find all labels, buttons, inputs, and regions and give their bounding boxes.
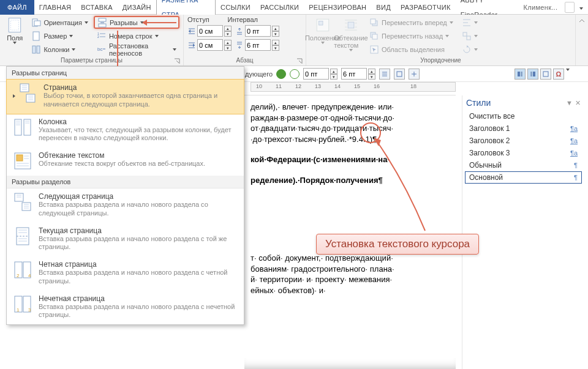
indent-label: Отступ bbox=[187, 16, 209, 23]
tb2-after-spin[interactable]: ▴▾ bbox=[341, 67, 375, 80]
gallery-item-evenpage[interactable]: 24 Четная страницаВставка разрыва раздел… bbox=[7, 256, 244, 291]
spacing-label: Интервал bbox=[228, 16, 258, 23]
send-backward-button: Переместить назад bbox=[366, 29, 456, 42]
style-main[interactable]: Основной¶ bbox=[465, 171, 582, 184]
view-btn-1[interactable] bbox=[514, 69, 526, 80]
orientation-button[interactable]: Ориентация bbox=[28, 16, 91, 29]
tb2-btn-3[interactable] bbox=[409, 69, 420, 80]
tab-review[interactable]: РЕЦЕНЗИРОВАН bbox=[304, 0, 371, 15]
pagesetup-launcher-icon[interactable] bbox=[173, 58, 181, 65]
svg-rect-36 bbox=[17, 155, 23, 161]
svg-rect-25 bbox=[397, 72, 402, 76]
svg-rect-6 bbox=[37, 46, 40, 53]
position-button: Положение bbox=[310, 16, 336, 56]
annotation-callout: Установка текстового курсора bbox=[316, 234, 479, 255]
continuous-break-icon bbox=[13, 226, 32, 246]
tb2-before-spin[interactable]: ▴▾ bbox=[303, 67, 337, 80]
svg-rect-27 bbox=[521, 72, 522, 76]
nextpage-break-icon bbox=[13, 192, 32, 212]
indent-left-spin[interactable]: ▴▾ bbox=[187, 24, 232, 37]
page-break-icon bbox=[18, 83, 37, 103]
style-radio-2[interactable] bbox=[290, 69, 300, 79]
style-normal[interactable]: Обычный¶ bbox=[465, 159, 582, 171]
view-btn-omega[interactable]: Ω bbox=[553, 69, 564, 80]
view-more-dropdown[interactable] bbox=[566, 69, 570, 71]
tb2-btn-2[interactable] bbox=[394, 69, 405, 80]
tab-home[interactable]: ГЛАВНАЯ bbox=[34, 0, 77, 15]
style-next-label: дующего bbox=[245, 70, 273, 78]
evenpage-break-icon: 24 bbox=[13, 260, 32, 280]
svg-text:2: 2 bbox=[97, 35, 99, 39]
svg-text:4: 4 bbox=[28, 273, 31, 278]
breaks-button[interactable]: Разрывы bbox=[94, 16, 179, 29]
gallery-item-textwrap[interactable]: Обтекание текстомОбтекание текста вокруг… bbox=[7, 147, 244, 176]
paragraph-launcher-icon[interactable] bbox=[296, 58, 303, 65]
doc-line: раждан·в·размере·от·одной·тысячи·до· bbox=[251, 113, 443, 124]
gallery-caret-icon bbox=[13, 94, 15, 98]
space-after-spin[interactable]: ▴▾ bbox=[235, 39, 279, 51]
svg-rect-17 bbox=[348, 22, 354, 28]
doc-line: ·до·трехсот·тысяч·рублей.·*9.4.1)¶ bbox=[251, 134, 443, 145]
gallery-item-nextpage[interactable]: Следующая страницаВставка разрыва раздел… bbox=[7, 188, 244, 223]
line-numbers-button[interactable]: 12 Номера строк bbox=[94, 29, 179, 42]
gallery-header-section-breaks: Разрывы разделов bbox=[7, 176, 244, 188]
user-name[interactable]: Клименк... bbox=[519, 0, 563, 15]
gallery-item-column[interactable]: КолонкаУказывает, что текст, следующий з… bbox=[7, 114, 244, 148]
style-heading1[interactable]: Заголовок 1¶a bbox=[465, 122, 582, 135]
selection-pane-button[interactable]: Область выделения bbox=[366, 43, 456, 56]
oddpage-break-icon: 13 bbox=[13, 294, 32, 314]
view-btn-2[interactable] bbox=[527, 69, 538, 80]
svg-rect-30 bbox=[543, 72, 548, 76]
svg-text:1: 1 bbox=[17, 307, 20, 313]
styles-close-icon[interactable]: ✕ bbox=[575, 99, 581, 107]
annotation-cursor-circle bbox=[360, 122, 381, 143]
tab-mailings[interactable]: РАССЫЛКИ bbox=[255, 0, 304, 15]
svg-text:2: 2 bbox=[17, 273, 20, 278]
gallery-item-page[interactable]: СтраницаВыбор точки, в которой заканчива… bbox=[6, 79, 244, 114]
column-break-icon bbox=[13, 117, 32, 137]
ribbon-tabs: ФАЙЛ ГЛАВНАЯ ВСТАВКА ДИЗАЙН РАЗМЕТКА СТР… bbox=[0, 0, 588, 15]
view-btn-3[interactable] bbox=[540, 69, 551, 80]
doc-line: делий),· влечет· предупреждение· или· bbox=[251, 102, 443, 113]
tab-view[interactable]: ВИД bbox=[371, 0, 396, 15]
ruler[interactable]: 10 11 12 13 14 15 16 18 bbox=[244, 82, 456, 95]
collapse-ribbon-button[interactable] bbox=[576, 15, 588, 65]
size-button[interactable]: Размер bbox=[28, 29, 91, 42]
svg-rect-21 bbox=[372, 34, 377, 39]
columns-button[interactable]: Колонки bbox=[28, 43, 91, 56]
style-heading2[interactable]: Заголовок 2¶a bbox=[465, 135, 582, 147]
breaks-gallery: Разрывы страниц СтраницаВыбор точки, в к… bbox=[6, 66, 244, 325]
space-before-spin[interactable]: ▴▾ bbox=[235, 24, 279, 37]
clear-formatting-button[interactable]: Очистить все bbox=[465, 110, 582, 122]
group-paragraph-label: Абзац bbox=[187, 56, 302, 65]
svg-rect-23 bbox=[463, 32, 467, 36]
margins-button[interactable]: Поля bbox=[4, 16, 26, 56]
tab-user-dropdown[interactable] bbox=[575, 0, 588, 15]
svg-text:3: 3 bbox=[28, 307, 31, 313]
svg-text:bc: bc bbox=[97, 47, 102, 52]
svg-rect-7 bbox=[99, 18, 106, 21]
doc-line: от·двадцати·тысяч·до·тридцати·тысяч· bbox=[251, 123, 443, 134]
svg-rect-8 bbox=[99, 24, 106, 27]
ribbon: Поля Ориентация Размер Колонки bbox=[0, 15, 588, 66]
avatar[interactable] bbox=[565, 2, 575, 13]
styles-dropdown-icon[interactable]: ▼ bbox=[566, 99, 573, 106]
tab-file[interactable]: ФАЙЛ bbox=[0, 0, 34, 15]
hyphenation-button[interactable]: bc Расстановка переносов bbox=[94, 43, 179, 56]
document-area[interactable]: делий),· влечет· предупреждение· или· ра… bbox=[244, 95, 456, 369]
tab-insert[interactable]: ВСТАВКА bbox=[76, 0, 117, 15]
indent-right-spin[interactable]: ▴▾ bbox=[187, 39, 232, 51]
svg-rect-33 bbox=[15, 119, 21, 135]
style-radio-1[interactable] bbox=[276, 69, 286, 79]
gallery-item-oddpage[interactable]: 13 Нечетная страницаВставка разрыва разд… bbox=[7, 291, 244, 325]
textwrap-break-icon bbox=[13, 151, 32, 171]
style-heading3[interactable]: Заголовок 3¶a bbox=[465, 147, 582, 159]
tab-references[interactable]: ССЫЛКИ bbox=[216, 0, 255, 15]
svg-rect-29 bbox=[533, 72, 535, 76]
tab-design[interactable]: ДИЗАЙН bbox=[118, 0, 156, 15]
svg-rect-3 bbox=[34, 21, 40, 26]
tb2-btn-1[interactable] bbox=[379, 69, 390, 80]
svg-rect-4 bbox=[33, 32, 39, 40]
gallery-item-continuous[interactable]: Текущая страницаВставка разрыва раздела … bbox=[7, 223, 244, 257]
tab-developer[interactable]: РАЗРАБОТЧИК bbox=[396, 0, 456, 15]
